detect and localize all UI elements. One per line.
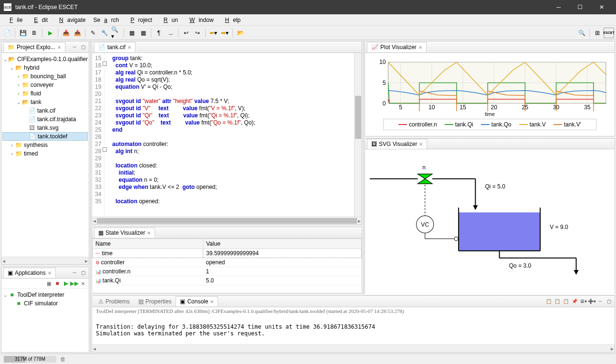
tool-3[interactable]: ▦ bbox=[126, 28, 137, 38]
maximize-view[interactable]: ▢ bbox=[605, 298, 613, 305]
tree-item-selected[interactable]: tank.tooldef bbox=[38, 133, 67, 140]
table-row[interactable]: 📊 tank.Qi5.0 bbox=[93, 276, 362, 285]
menu-window[interactable]: Window bbox=[182, 15, 218, 25]
svg-visualizer-tab[interactable]: 🖼 SVG Visualizer ✕ bbox=[367, 139, 427, 149]
menu-edit[interactable]: Edit bbox=[26, 15, 52, 25]
close-icon[interactable]: ✕ bbox=[147, 230, 151, 236]
minimize-view[interactable]: ─ bbox=[596, 298, 604, 305]
apps-btn-1[interactable]: ▦ bbox=[45, 280, 52, 287]
forward-button[interactable]: ➡▾ bbox=[219, 28, 230, 38]
run-button[interactable]: ▶ bbox=[45, 28, 55, 38]
maximize-view[interactable]: ▢ bbox=[79, 43, 87, 51]
state-visualizer-tab[interactable]: ▦ State Visualizer ✕ bbox=[94, 228, 155, 238]
save-button[interactable]: 💾 bbox=[18, 28, 28, 38]
plot-visualizer-tab[interactable]: 📈 Plot Visualizer ✕ bbox=[367, 42, 427, 52]
svg-text:10: 10 bbox=[428, 104, 435, 111]
svg-rect-35 bbox=[459, 212, 540, 250]
svg-text:5: 5 bbox=[383, 80, 386, 86]
tool-4[interactable]: ▦ bbox=[138, 28, 148, 38]
save-all-button[interactable]: 🗎 bbox=[29, 28, 40, 38]
open-perspective[interactable]: ⊞ bbox=[592, 28, 603, 38]
applications-tab[interactable]: ▣ Applications ✕ bbox=[3, 268, 56, 278]
maximize-view[interactable]: ▢ bbox=[79, 269, 87, 277]
import-button[interactable]: 📥 bbox=[61, 28, 71, 38]
apps-btn-remove[interactable]: ✕ bbox=[79, 280, 87, 287]
memory-bar[interactable]: 317M of 778M bbox=[4, 356, 56, 363]
menu-file[interactable]: File bbox=[2, 15, 26, 25]
minimize-button[interactable]: ─ bbox=[548, 0, 569, 14]
tool-6[interactable]: ⎵ bbox=[165, 28, 176, 38]
problems-tab[interactable]: ⚠Problems bbox=[94, 296, 134, 307]
gc-icon[interactable]: 🗑 bbox=[60, 356, 66, 363]
x-axis-label: time bbox=[369, 111, 611, 117]
menu-navigate[interactable]: Navigate bbox=[52, 15, 89, 25]
col-value[interactable]: Value bbox=[203, 239, 362, 249]
col-name[interactable]: Name bbox=[93, 239, 203, 249]
quick-access[interactable]: 🔍 bbox=[576, 28, 587, 38]
applications-tree[interactable]: ⌄■ToolDef interpreter ■CIF simulator bbox=[1, 289, 89, 352]
export-button[interactable]: 📤 bbox=[72, 28, 83, 38]
window-title: tank.cif - Eclipse ESCET bbox=[15, 4, 78, 10]
close-icon[interactable]: ✕ bbox=[57, 45, 61, 50]
tool-2[interactable]: 🔧 bbox=[99, 28, 110, 38]
apps-btn-4[interactable]: ▶▶ bbox=[71, 280, 78, 287]
console-btn-1[interactable]: 📋 bbox=[545, 298, 553, 305]
menu-run[interactable]: Run bbox=[156, 15, 182, 25]
tool-7[interactable]: ↩ bbox=[181, 28, 191, 38]
close-icon[interactable]: ✕ bbox=[127, 45, 131, 50]
svg-text:15: 15 bbox=[459, 104, 466, 111]
editor-vscroll[interactable] bbox=[354, 53, 362, 217]
svg-marker-24 bbox=[418, 179, 432, 184]
back-button[interactable]: ⬅▾ bbox=[208, 28, 219, 38]
project-tree[interactable]: ⌄📂CIFExamples-0.1.0.qualifier ⌄📂hybrid ›… bbox=[1, 53, 89, 257]
apps-btn-terminate[interactable]: ■ bbox=[53, 280, 61, 287]
console-new[interactable]: ➕▾ bbox=[588, 298, 595, 305]
menu-help[interactable]: Help bbox=[218, 15, 245, 25]
maximize-button[interactable]: ☐ bbox=[569, 0, 591, 14]
console-display[interactable]: 🖥▾ bbox=[579, 298, 587, 305]
minimize-view[interactable]: ─ bbox=[71, 43, 78, 51]
apps-btn-3[interactable]: ▶ bbox=[62, 280, 70, 287]
menu-search[interactable]: Search bbox=[89, 15, 123, 25]
console-tab[interactable]: ▣Console✕ bbox=[176, 296, 218, 306]
table-row[interactable]: 〰 time39.59999999999994 bbox=[93, 249, 362, 258]
table-row[interactable]: 📊 controller.n1 bbox=[93, 267, 362, 276]
close-icon[interactable]: ✕ bbox=[418, 45, 422, 50]
perspective-button[interactable]: 📂 bbox=[235, 28, 246, 38]
new-button[interactable]: 📄 bbox=[2, 28, 12, 38]
console-output[interactable]: Transition: delaying for 3.1883805325514… bbox=[92, 315, 615, 344]
qo-label: Qo = 3.0 bbox=[509, 262, 532, 269]
editor-tab[interactable]: 📄 tank.cif ✕ bbox=[94, 42, 136, 52]
svg-text:n: n bbox=[422, 164, 426, 171]
search-tool[interactable]: 🔍▾ bbox=[111, 28, 121, 38]
editor-hscroll[interactable]: ◂▸ bbox=[92, 217, 362, 224]
tree-hscroll[interactable]: ◂▸ bbox=[1, 257, 89, 264]
main-toolbar: 📄 💾 🗎 ▶ 📥 📤 ✎ 🔧 🔍▾ ▦ ▦ ¶ ⎵ ↩ ↪ ⬅▾ ➡▾ 📂 🔍… bbox=[0, 26, 616, 40]
menu-project[interactable]: Project bbox=[123, 15, 156, 25]
close-icon[interactable]: ✕ bbox=[419, 142, 423, 147]
close-icon[interactable]: ✕ bbox=[48, 270, 52, 276]
title-bar: ESCET tank.cif - Eclipse ESCET ─ ☐ ✕ bbox=[0, 0, 616, 14]
properties-tab[interactable]: ▤Properties bbox=[134, 296, 176, 307]
tool-5[interactable]: ¶ bbox=[154, 28, 164, 38]
svg-canvas: n Qi = 5.0 VC bbox=[365, 149, 615, 295]
tool-1[interactable]: ✎ bbox=[88, 28, 98, 38]
table-row[interactable]: ⚙ controlleropened bbox=[93, 258, 362, 267]
list-icon: ▤ bbox=[138, 298, 144, 305]
console-pin[interactable]: 📌 bbox=[571, 298, 578, 305]
tool-8[interactable]: ↪ bbox=[192, 28, 203, 38]
close-button[interactable]: ✕ bbox=[591, 0, 612, 14]
console-btn-3[interactable]: 📋 bbox=[562, 298, 570, 305]
console-btn-2[interactable]: 📋 bbox=[553, 298, 561, 305]
minimize-view[interactable]: ─ bbox=[71, 269, 78, 277]
file-icon: 📄 bbox=[98, 44, 105, 51]
state-table[interactable]: Name Value 〰 time39.59999999999994⚙ cont… bbox=[92, 239, 362, 293]
project-explorer-tab[interactable]: 📁 Project Explo... ✕ bbox=[3, 42, 65, 52]
code-editor[interactable]: 15-161718192021222324252627-282930313233… bbox=[92, 53, 362, 217]
close-icon[interactable]: ✕ bbox=[210, 299, 214, 304]
escet-perspective[interactable]: ESCET bbox=[604, 28, 614, 38]
plot-area: 05105101520253035 time controller.ntank.… bbox=[365, 53, 615, 136]
console-hscroll[interactable]: ◂▸ bbox=[92, 344, 615, 352]
svg-point-34 bbox=[454, 237, 458, 241]
folder-icon: 📁 bbox=[8, 44, 15, 51]
